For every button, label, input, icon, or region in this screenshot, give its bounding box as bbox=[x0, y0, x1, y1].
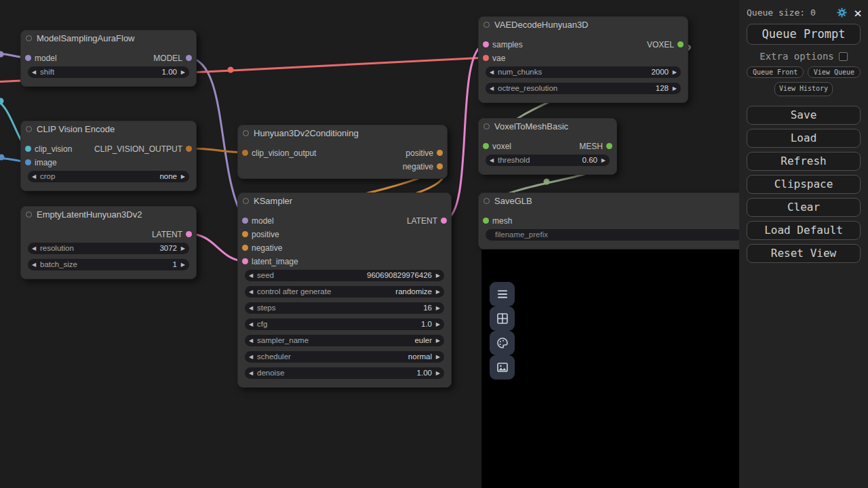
collapse-dot-icon[interactable] bbox=[243, 198, 249, 204]
node-emptylatenthunyuan3dv2[interactable]: EmptyLatentHunyuan3Dv2LATENT◀resolution3… bbox=[20, 206, 197, 279]
increment-arrow-icon[interactable]: ▶ bbox=[181, 243, 185, 254]
load-default-button[interactable]: Load Default bbox=[747, 221, 861, 240]
decrement-arrow-icon[interactable]: ◀ bbox=[32, 259, 36, 270]
input-slot-positive[interactable] bbox=[242, 231, 248, 237]
decrement-arrow-icon[interactable]: ◀ bbox=[32, 171, 36, 182]
widget-batch_size[interactable]: ◀batch_size1▶ bbox=[28, 259, 189, 270]
view-queue-button[interactable]: View Queue bbox=[808, 66, 861, 78]
widget-crop[interactable]: ◀cropnone▶ bbox=[28, 171, 189, 182]
input-slot-clip_vision[interactable] bbox=[25, 146, 31, 152]
node-voxeltomeshbasic[interactable]: VoxelToMeshBasicvoxelMESH◀threshold0.60▶ bbox=[478, 118, 617, 175]
output-slot-negative[interactable] bbox=[437, 163, 443, 169]
widget-resolution[interactable]: ◀resolution3072▶ bbox=[28, 243, 189, 254]
collapse-dot-icon[interactable] bbox=[484, 22, 490, 28]
node-canvas[interactable]: ModelSamplingAuraFlowmodelMODEL◀shift1.0… bbox=[0, 0, 739, 488]
widget-sampler_name[interactable]: ◀sampler_nameeuler▶ bbox=[245, 335, 444, 346]
collapse-dot-icon[interactable] bbox=[26, 211, 32, 218]
decrement-arrow-icon[interactable]: ◀ bbox=[249, 286, 253, 298]
collapse-dot-icon[interactable] bbox=[484, 123, 490, 129]
reset-view-button[interactable]: Reset View bbox=[747, 244, 861, 263]
output-slot-VOXEL[interactable] bbox=[677, 41, 684, 47]
increment-arrow-icon[interactable]: ▶ bbox=[436, 335, 440, 346]
node-ksampler[interactable]: KSamplermodelLATENTpositivenegativelaten… bbox=[237, 192, 452, 388]
input-slot-vae[interactable] bbox=[483, 55, 489, 61]
extra-options-checkbox[interactable] bbox=[839, 52, 848, 61]
preview-image-button[interactable] bbox=[490, 355, 515, 380]
collapse-dot-icon[interactable] bbox=[243, 130, 249, 136]
clear-button[interactable]: Clear bbox=[747, 198, 861, 217]
decrement-arrow-icon[interactable]: ◀ bbox=[249, 335, 253, 346]
node-hunyuan3dv2conditioning[interactable]: Hunyuan3Dv2Conditioningclip_vision_outpu… bbox=[237, 125, 448, 179]
decrement-arrow-icon[interactable]: ◀ bbox=[249, 319, 253, 330]
input-slot-latent_image[interactable] bbox=[242, 258, 248, 264]
decrement-arrow-icon[interactable]: ◀ bbox=[490, 83, 494, 94]
node-title-bar[interactable]: VAEDecodeHunyuan3D bbox=[479, 17, 688, 32]
decrement-arrow-icon[interactable]: ◀ bbox=[249, 270, 253, 281]
decrement-arrow-icon[interactable]: ◀ bbox=[249, 367, 253, 379]
increment-arrow-icon[interactable]: ▶ bbox=[181, 66, 185, 78]
output-slot-LATENT[interactable] bbox=[186, 231, 192, 237]
increment-arrow-icon[interactable]: ▶ bbox=[436, 286, 440, 298]
increment-arrow-icon[interactable]: ▶ bbox=[601, 155, 606, 166]
input-slot-negative[interactable] bbox=[242, 245, 248, 251]
node-title-bar[interactable]: ModelSamplingAuraFlow bbox=[21, 30, 196, 45]
node-title-bar[interactable]: SaveGLB bbox=[479, 193, 739, 208]
node-title-bar[interactable]: CLIP Vision Encode bbox=[21, 121, 196, 136]
widget-shift[interactable]: ◀shift1.00▶ bbox=[28, 66, 189, 78]
widget-control after generate[interactable]: ◀control after generaterandomize▶ bbox=[245, 286, 444, 298]
increment-arrow-icon[interactable]: ▶ bbox=[181, 259, 185, 270]
widget-filename_prefix[interactable]: filename_prefix bbox=[486, 229, 739, 241]
increment-arrow-icon[interactable]: ▶ bbox=[436, 351, 440, 363]
increment-arrow-icon[interactable]: ▶ bbox=[673, 83, 677, 94]
view-history-button[interactable]: View History bbox=[774, 82, 833, 96]
collapse-dot-icon[interactable] bbox=[26, 126, 32, 132]
decrement-arrow-icon[interactable]: ◀ bbox=[32, 66, 36, 78]
increment-arrow-icon[interactable]: ▶ bbox=[436, 319, 440, 330]
output-slot-CLIP_VISION_OUTPUT[interactable] bbox=[186, 146, 192, 152]
decrement-arrow-icon[interactable]: ◀ bbox=[32, 243, 36, 254]
increment-arrow-icon[interactable]: ▶ bbox=[181, 171, 185, 182]
save-button[interactable]: Save bbox=[747, 106, 861, 125]
output-slot-MESH[interactable] bbox=[606, 143, 612, 149]
node-title-bar[interactable]: KSampler bbox=[238, 193, 451, 208]
increment-arrow-icon[interactable]: ▶ bbox=[436, 302, 440, 314]
widget-denoise[interactable]: ◀denoise1.00▶ bbox=[245, 367, 444, 379]
increment-arrow-icon[interactable]: ▶ bbox=[436, 367, 440, 379]
input-slot-mesh[interactable] bbox=[483, 218, 489, 224]
preview-grid-button[interactable] bbox=[490, 306, 515, 331]
input-slot-voxel[interactable] bbox=[483, 143, 489, 149]
3d-preview-viewport[interactable] bbox=[481, 249, 739, 488]
node-saveglb[interactable]: SaveGLBmeshfilename_prefix bbox=[478, 192, 739, 249]
widget-steps[interactable]: ◀steps16▶ bbox=[245, 302, 444, 314]
close-icon[interactable]: × bbox=[854, 7, 862, 18]
decrement-arrow-icon[interactable]: ◀ bbox=[249, 302, 253, 314]
output-slot-LATENT[interactable] bbox=[441, 218, 447, 224]
node-clip-vision-encode[interactable]: CLIP Vision Encodeclip_visionCLIP_VISION… bbox=[20, 121, 197, 191]
node-title-bar[interactable]: VoxelToMeshBasic bbox=[479, 119, 616, 134]
settings-gear-icon[interactable] bbox=[836, 7, 848, 18]
decrement-arrow-icon[interactable]: ◀ bbox=[249, 351, 253, 363]
queue-front-button[interactable]: Queue Front bbox=[747, 66, 804, 78]
input-slot-clip_vision_output[interactable] bbox=[242, 150, 248, 156]
widget-cfg[interactable]: ◀cfg1.0▶ bbox=[245, 319, 444, 330]
widget-threshold[interactable]: ◀threshold0.60▶ bbox=[486, 155, 610, 166]
input-slot-model[interactable] bbox=[242, 218, 248, 224]
preview-palette-button[interactable] bbox=[490, 331, 515, 355]
decrement-arrow-icon[interactable]: ◀ bbox=[490, 155, 494, 166]
clipspace-button[interactable]: Clipspace bbox=[747, 175, 861, 194]
output-slot-MODEL[interactable] bbox=[186, 55, 192, 61]
widget-scheduler[interactable]: ◀schedulernormal▶ bbox=[245, 351, 444, 363]
output-slot-positive[interactable] bbox=[437, 150, 443, 156]
decrement-arrow-icon[interactable]: ◀ bbox=[490, 66, 494, 78]
collapse-dot-icon[interactable] bbox=[26, 35, 32, 41]
node-title-bar[interactable]: EmptyLatentHunyuan3Dv2 bbox=[21, 207, 196, 222]
input-slot-image[interactable] bbox=[25, 159, 31, 165]
queue-prompt-button[interactable]: Queue Prompt bbox=[747, 24, 861, 45]
widget-num_chunks[interactable]: ◀num_chunks2000▶ bbox=[486, 66, 681, 78]
refresh-button[interactable]: Refresh bbox=[747, 152, 861, 171]
load-button[interactable]: Load bbox=[747, 129, 861, 148]
preview-menu-button[interactable] bbox=[490, 282, 515, 306]
input-slot-model[interactable] bbox=[25, 55, 31, 61]
node-vaedecodehunyuan3d[interactable]: VAEDecodeHunyuan3DsamplesVOXELvae◀num_ch… bbox=[478, 16, 688, 103]
input-slot-samples[interactable] bbox=[483, 41, 489, 47]
